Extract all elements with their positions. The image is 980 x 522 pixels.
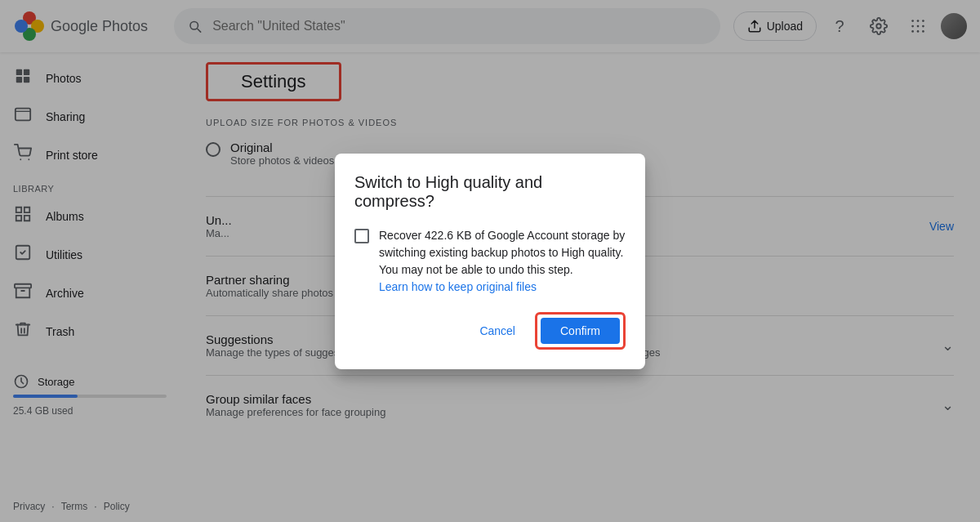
learn-link[interactable]: Learn how to keep original files: [379, 280, 537, 293]
dialog-checkbox[interactable]: [354, 229, 369, 243]
dialog-title: Switch to High quality and compress?: [354, 173, 626, 211]
cancel-button[interactable]: Cancel: [466, 312, 528, 350]
dialog-checkbox-text: Recover 422.6 KB of Google Account stora…: [379, 227, 626, 296]
confirm-button[interactable]: Confirm: [541, 318, 620, 344]
dialog-main-text: Recover 422.6 KB of Google Account stora…: [379, 229, 625, 276]
dialog: Switch to High quality and compress? Rec…: [335, 154, 645, 369]
checkbox-row: Recover 422.6 KB of Google Account stora…: [354, 227, 626, 296]
confirm-highlight: Confirm: [535, 312, 626, 350]
overlay: Switch to High quality and compress? Rec…: [0, 0, 980, 522]
dialog-actions: Cancel Confirm: [354, 312, 626, 350]
